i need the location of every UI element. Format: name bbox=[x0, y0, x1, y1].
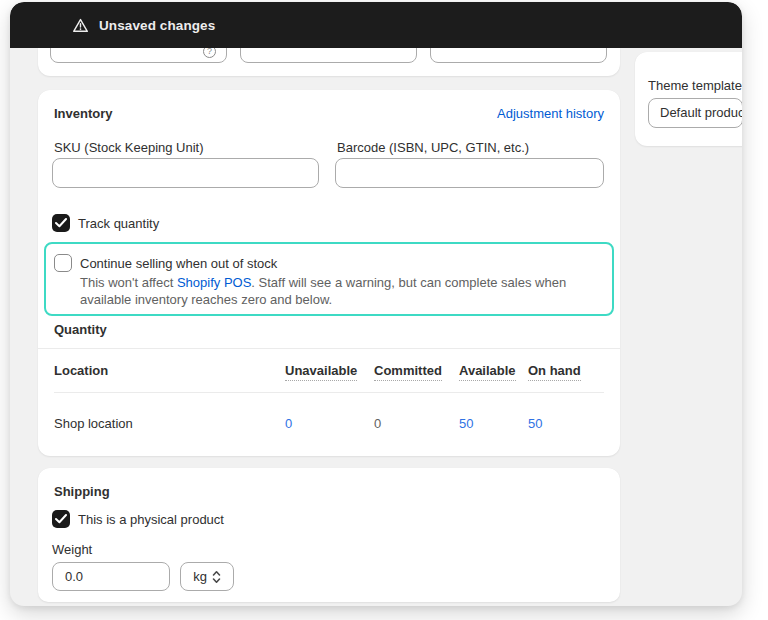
checkmark-icon bbox=[55, 218, 67, 228]
theme-template-card: Theme template Default product bbox=[635, 52, 742, 146]
sku-input[interactable] bbox=[52, 158, 319, 188]
theme-template-select[interactable]: Default product bbox=[648, 98, 742, 128]
row-on-hand-value[interactable]: 50 bbox=[528, 416, 542, 431]
track-quantity-checkbox[interactable] bbox=[52, 214, 70, 232]
weight-unit-value: kg bbox=[193, 569, 207, 584]
continue-selling-help: This won't affect Shopify POS. Staff wil… bbox=[80, 274, 620, 308]
screenshot-stage: Unsaved changes 0.00 ? Inventory Adjustm… bbox=[0, 0, 768, 620]
row-committed-value: 0 bbox=[374, 416, 381, 431]
col-on-hand[interactable]: On hand bbox=[528, 363, 581, 378]
adjustment-history-link[interactable]: Adjustment history bbox=[497, 106, 604, 121]
cost-per-item-input[interactable] bbox=[430, 48, 607, 63]
physical-product-checkbox[interactable] bbox=[52, 510, 70, 528]
physical-product-label[interactable]: This is a physical product bbox=[78, 512, 224, 527]
sku-label: SKU (Stock Keeping Unit) bbox=[54, 140, 204, 155]
inventory-card: Inventory Adjustment history SKU (Stock … bbox=[38, 90, 620, 456]
barcode-input[interactable] bbox=[335, 158, 604, 188]
checkmark-icon bbox=[55, 514, 67, 524]
warning-triangle-icon bbox=[72, 17, 89, 34]
inventory-title: Inventory bbox=[54, 106, 113, 121]
help-mid: . Staff will see a warning, but can comp… bbox=[251, 275, 566, 290]
quantity-heading: Quantity bbox=[54, 322, 107, 337]
continue-selling-checkbox[interactable] bbox=[54, 254, 72, 272]
continue-selling-label[interactable]: Continue selling when out of stock bbox=[80, 256, 277, 271]
track-quantity-label[interactable]: Track quantity bbox=[78, 216, 159, 231]
weight-input[interactable]: 0.0 bbox=[52, 562, 170, 591]
admin-page-panel: Unsaved changes 0.00 ? Inventory Adjustm… bbox=[10, 2, 742, 606]
row-location: Shop location bbox=[54, 416, 133, 431]
col-committed[interactable]: Committed bbox=[374, 363, 442, 378]
weight-label: Weight bbox=[52, 542, 92, 557]
row-available-value[interactable]: 50 bbox=[459, 416, 473, 431]
shopify-pos-link[interactable]: Shopify POS bbox=[177, 275, 251, 290]
weight-value: 0.0 bbox=[65, 569, 83, 584]
shipping-title: Shipping bbox=[54, 484, 110, 499]
shipping-card: Shipping This is a physical product Weig… bbox=[38, 468, 620, 602]
unsaved-changes-banner: Unsaved changes bbox=[10, 2, 742, 48]
row-unavailable-value[interactable]: 0 bbox=[285, 416, 292, 431]
up-down-chevrons-icon bbox=[212, 570, 221, 584]
col-location: Location bbox=[54, 363, 108, 378]
theme-template-label: Theme template bbox=[648, 78, 742, 93]
help-line2: available inventory reaches zero and bel… bbox=[80, 292, 332, 307]
help-prefix: This won't affect bbox=[80, 275, 177, 290]
continue-selling-highlight-box: Continue selling when out of stock This … bbox=[44, 242, 614, 316]
compare-at-price-input[interactable] bbox=[240, 48, 417, 63]
info-circle-icon[interactable]: ? bbox=[203, 48, 216, 58]
pricing-card-partial: 0.00 ? bbox=[38, 48, 620, 76]
col-available[interactable]: Available bbox=[459, 363, 516, 378]
unsaved-changes-label: Unsaved changes bbox=[99, 18, 215, 33]
weight-unit-select[interactable]: kg bbox=[180, 562, 234, 591]
divider bbox=[54, 392, 604, 393]
divider bbox=[38, 348, 620, 349]
theme-template-value: Default product bbox=[660, 105, 742, 120]
col-unavailable[interactable]: Unavailable bbox=[285, 363, 357, 378]
price-input[interactable]: 0.00 ? bbox=[50, 48, 227, 63]
barcode-label: Barcode (ISBN, UPC, GTIN, etc.) bbox=[337, 140, 529, 155]
